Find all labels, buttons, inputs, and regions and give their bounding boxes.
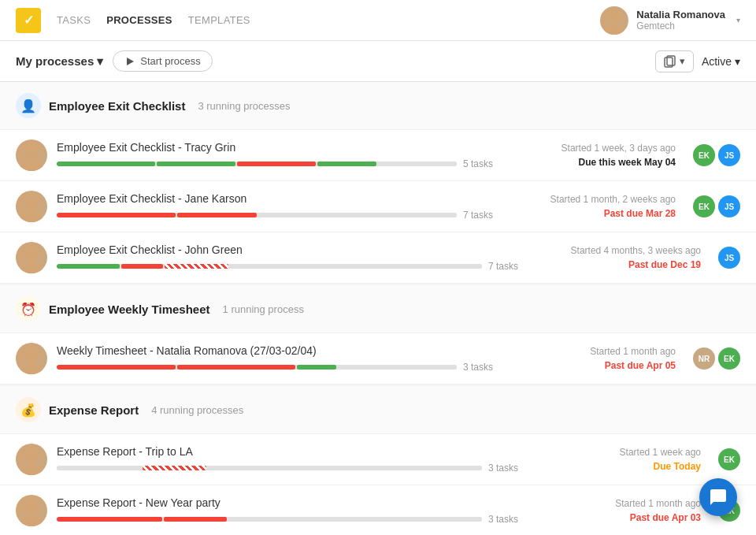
copy-button[interactable]: ▾ — [655, 50, 694, 72]
nav-processes[interactable]: PROCESSES — [106, 14, 172, 26]
tasks-count: 7 tasks — [488, 261, 518, 272]
group-title: Employee Exit Checklist — [49, 99, 185, 113]
due-text: Past due Apr 05 — [502, 360, 676, 371]
svg-point-12 — [20, 363, 43, 374]
item-avatars: EKJS — [693, 144, 740, 166]
item-avatars: NREK — [693, 347, 740, 370]
svg-point-8 — [20, 211, 43, 222]
user-company: Gemtech — [636, 20, 725, 32]
process-item[interactable]: Expense Report - Trip to LA3 tasksStarte… — [0, 434, 756, 485]
active-label: Active — [702, 55, 732, 68]
progress-bar-container: 3 tasks — [57, 362, 493, 373]
progress-bar-container: 5 tasks — [57, 158, 493, 169]
progress-segment — [57, 213, 176, 217]
item-content: Expense Report - New Year party3 tasks — [57, 496, 518, 525]
started-text: Started 1 month ago — [528, 498, 701, 509]
user-name: Natalia Romanova — [636, 9, 725, 20]
person-icon — [16, 444, 47, 475]
progress-segment — [228, 517, 482, 522]
svg-point-16 — [20, 515, 43, 526]
started-text: Started 1 month ago — [502, 346, 676, 357]
item-avatar — [16, 139, 47, 171]
tasks-count: 3 tasks — [488, 463, 518, 474]
progress-bar-container: 3 tasks — [57, 514, 518, 525]
chat-icon — [709, 488, 728, 507]
person-icon — [16, 139, 47, 171]
progress-segment — [177, 365, 296, 370]
progress-bar — [57, 517, 482, 522]
process-group-employee-exit: 👤 Employee Exit Checklist 3 running proc… — [0, 82, 756, 284]
toolbar: My processes ▾ Start process ▾ Active ▾ — [0, 41, 756, 82]
progress-segment — [338, 365, 457, 370]
started-text: Started 1 week ago — [528, 447, 701, 458]
group-header-employee-exit[interactable]: 👤 Employee Exit Checklist 3 running proc… — [0, 82, 756, 130]
svg-point-1 — [604, 24, 624, 35]
process-item[interactable]: Expense Report - New Year party3 tasksSt… — [0, 485, 756, 535]
content-area: 👤 Employee Exit Checklist 3 running proc… — [0, 82, 756, 535]
progress-segment — [143, 466, 206, 470]
mini-avatar: JS — [718, 195, 740, 217]
progress-segment — [258, 213, 457, 217]
person-icon — [16, 191, 47, 222]
person-icon — [16, 495, 47, 526]
progress-bar-container: 3 tasks — [57, 463, 518, 474]
user-info: Natalia Romanova Gemtech — [636, 9, 725, 32]
progress-bar-container: 7 tasks — [57, 261, 518, 272]
svg-point-6 — [20, 160, 43, 171]
group-count: 4 running processes — [151, 404, 243, 416]
progress-segment — [208, 466, 482, 470]
item-content: Employee Exit Checklist - Jane Karson7 t… — [57, 192, 493, 221]
user-menu-chevron[interactable]: ▾ — [736, 16, 740, 24]
user-avatar-img — [600, 6, 628, 35]
start-process-button[interactable]: Start process — [113, 50, 213, 72]
svg-point-0 — [608, 11, 621, 24]
process-item[interactable]: Employee Exit Checklist - Jane Karson7 t… — [0, 181, 756, 232]
item-avatars: EKJS — [693, 195, 740, 217]
svg-point-14 — [20, 464, 43, 475]
item-title: Expense Report - New Year party — [57, 496, 518, 509]
chat-bubble-button[interactable] — [699, 478, 737, 516]
nav-tasks[interactable]: TASKS — [57, 14, 91, 26]
mini-avatar: EK — [693, 195, 715, 217]
svg-point-9 — [24, 247, 39, 262]
nav-templates[interactable]: TEMPLATES — [188, 14, 250, 26]
app-logo[interactable]: ✓ — [16, 8, 41, 33]
item-title: Expense Report - Trip to LA — [57, 445, 518, 458]
process-item[interactable]: Employee Exit Checklist - Tracy Grin5 ta… — [0, 130, 756, 181]
item-title: Employee Exit Checklist - Tracy Grin — [57, 141, 493, 154]
progress-segment — [57, 264, 120, 269]
progress-segment — [57, 466, 141, 470]
mini-avatar: EK — [718, 448, 740, 470]
progress-segment — [165, 264, 228, 269]
avatar — [600, 6, 628, 35]
started-text: Started 4 months, 3 weeks ago — [528, 245, 701, 256]
svg-point-10 — [20, 262, 43, 273]
svg-point-11 — [24, 348, 39, 362]
person-icon — [16, 343, 47, 374]
started-text: Started 1 week, 3 days ago — [502, 143, 676, 154]
due-text: Due Today — [528, 461, 701, 472]
header-right: Natalia Romanova Gemtech ▾ — [600, 6, 740, 35]
progress-segment — [378, 162, 457, 166]
item-right: Started 1 month agoPast due Apr 03 — [528, 498, 701, 523]
item-avatar — [16, 444, 47, 475]
item-avatars: JS — [718, 247, 740, 269]
progress-segment — [164, 517, 227, 522]
svg-point-13 — [24, 449, 39, 463]
item-title: Employee Exit Checklist - John Green — [57, 243, 518, 256]
progress-bar-container: 7 tasks — [57, 210, 493, 221]
group-icon: 💰 — [16, 397, 41, 422]
mini-avatar: EK — [718, 347, 740, 370]
active-filter-dropdown[interactable]: Active ▾ — [702, 55, 740, 68]
group-header-expense-report[interactable]: 💰 Expense Report 4 running processes — [0, 386, 756, 434]
item-content: Employee Exit Checklist - John Green7 ta… — [57, 243, 518, 272]
process-item[interactable]: Weekly Timesheet - Natalia Romanova (27/… — [0, 333, 756, 385]
mini-avatar: EK — [693, 144, 715, 166]
item-right: Started 4 months, 3 weeks agoPast due De… — [528, 245, 701, 270]
started-text: Started 1 month, 2 weeks ago — [502, 194, 676, 205]
my-processes-dropdown[interactable]: My processes ▾ — [16, 54, 103, 69]
process-item[interactable]: Employee Exit Checklist - John Green7 ta… — [0, 232, 756, 284]
process-group-expense-report: 💰 Expense Report 4 running processes Exp… — [0, 386, 756, 535]
group-header-weekly-timesheet[interactable]: ⏰ Employee Weekly Timesheet 1 running pr… — [0, 285, 756, 333]
item-avatar — [16, 242, 47, 273]
